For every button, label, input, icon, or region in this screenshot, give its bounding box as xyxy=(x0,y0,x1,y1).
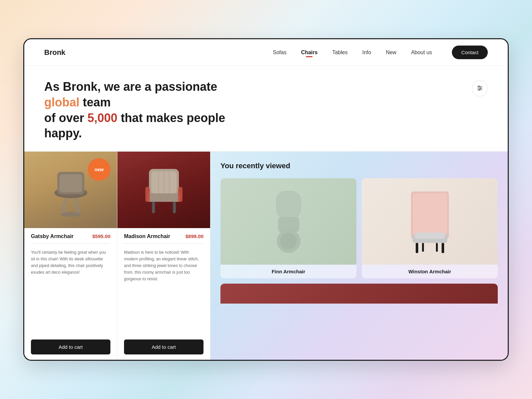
product-card-gatsby: new Gatsby Armchair $595.00 You'll certa… xyxy=(24,152,117,360)
svg-point-3 xyxy=(478,86,479,87)
contact-button[interactable]: Contact xyxy=(452,46,488,59)
svg-line-10 xyxy=(77,198,80,214)
finn-image xyxy=(220,178,356,265)
svg-rect-31 xyxy=(415,232,445,239)
winston-name: Winston Armchair xyxy=(362,265,498,278)
madison-image-wrap xyxy=(117,152,210,228)
nav-link-info[interactable]: Info xyxy=(362,50,371,55)
svg-point-13 xyxy=(60,212,81,217)
gatsby-image-wrap: new xyxy=(24,152,117,228)
svg-rect-21 xyxy=(178,187,183,202)
svg-rect-35 xyxy=(436,243,438,252)
recently-viewed-section: You recently viewed xyxy=(210,152,508,360)
svg-line-12 xyxy=(74,198,76,213)
nav-item-info[interactable]: Info xyxy=(362,50,371,56)
gatsby-info: Gatsby Armchair $595.00 You'll certainly… xyxy=(24,228,117,360)
nav-link-chairs[interactable]: Chairs xyxy=(301,50,318,55)
hero-highlight-global: global xyxy=(44,95,79,109)
gatsby-title-row: Gatsby Armchair $595.00 xyxy=(31,233,110,244)
nav-link-new[interactable]: New xyxy=(386,50,396,55)
nav-item-new[interactable]: New xyxy=(386,50,396,56)
svg-point-27 xyxy=(280,233,297,250)
new-badge: new xyxy=(88,158,110,181)
gatsby-add-to-cart-button[interactable]: Add to cart xyxy=(31,339,110,354)
svg-rect-33 xyxy=(442,243,444,253)
hero-line1-suffix: team xyxy=(79,95,111,109)
madison-name: Madison Armchair xyxy=(124,233,170,239)
sliders-icon xyxy=(476,85,483,92)
filter-button[interactable] xyxy=(472,80,488,96)
svg-rect-32 xyxy=(416,243,418,253)
svg-line-9 xyxy=(62,198,65,214)
svg-rect-29 xyxy=(413,194,447,237)
hero-line2-prefix: of over xyxy=(44,111,87,125)
brand-logo: Bronk xyxy=(44,48,66,57)
madison-add-to-cart-button[interactable]: Add to cart xyxy=(124,339,203,354)
nav-item-about[interactable]: About us xyxy=(411,50,432,56)
recent-item-winston[interactable]: Winston Armchair xyxy=(362,178,498,278)
nav-item-sofas[interactable]: Sofas xyxy=(273,50,286,56)
svg-rect-24 xyxy=(276,191,301,218)
hero-heading: As Bronk, we are a passionate global tea… xyxy=(44,79,237,141)
recently-viewed-grid: Finn Armchair xyxy=(220,178,498,278)
svg-rect-20 xyxy=(145,187,150,202)
svg-point-4 xyxy=(480,87,481,88)
madison-title-row: Madison Armchair $899.00 xyxy=(124,233,203,244)
product-card-madison: Madison Armchair $899.00 Madison is here… xyxy=(117,152,210,360)
madison-chair-illustration xyxy=(137,160,191,220)
winston-chair-illustration xyxy=(407,190,453,253)
madison-description: Madison is here to be noticed! With mode… xyxy=(124,249,203,334)
svg-point-5 xyxy=(479,89,480,90)
nav-link-sofas[interactable]: Sofas xyxy=(273,50,286,55)
svg-line-11 xyxy=(65,198,67,213)
hero-section: As Bronk, we are a passionate global tea… xyxy=(24,66,508,151)
hero-number: 5,000 xyxy=(87,111,117,125)
browser-frame: Bronk Sofas Chairs Tables Info New About… xyxy=(23,38,509,361)
svg-rect-8 xyxy=(59,174,82,192)
nav-link-about[interactable]: About us xyxy=(411,50,432,55)
gatsby-name: Gatsby Armchair xyxy=(31,233,73,239)
gatsby-price: $595.00 xyxy=(92,233,110,239)
finn-chair-illustration xyxy=(269,188,309,255)
finn-name: Finn Armchair xyxy=(220,265,356,278)
partial-third-item xyxy=(220,284,498,304)
gatsby-description: You'll certainly be feeling great when y… xyxy=(31,249,110,334)
winston-image xyxy=(362,178,498,265)
nav-links: Sofas Chairs Tables Info New About us xyxy=(273,50,432,56)
nav-link-tables[interactable]: Tables xyxy=(332,50,347,55)
madison-info: Madison Armchair $899.00 Madison is here… xyxy=(117,228,210,360)
svg-rect-19 xyxy=(147,194,180,202)
nav-item-chairs[interactable]: Chairs xyxy=(301,50,318,56)
svg-rect-34 xyxy=(422,243,424,252)
navbar: Bronk Sofas Chairs Tables Info New About… xyxy=(24,39,508,66)
hero-text: As Bronk, we are a passionate global tea… xyxy=(44,79,237,141)
svg-rect-22 xyxy=(152,202,155,213)
recently-viewed-title: You recently viewed xyxy=(220,162,498,170)
svg-rect-23 xyxy=(173,202,176,213)
content-area: new Gatsby Armchair $595.00 You'll certa… xyxy=(24,151,508,360)
nav-item-tables[interactable]: Tables xyxy=(332,50,347,56)
madison-price: $899.00 xyxy=(186,233,203,239)
hero-line1-prefix: As Bronk, we are a passionate xyxy=(44,80,217,93)
recent-item-finn[interactable]: Finn Armchair xyxy=(220,178,356,278)
